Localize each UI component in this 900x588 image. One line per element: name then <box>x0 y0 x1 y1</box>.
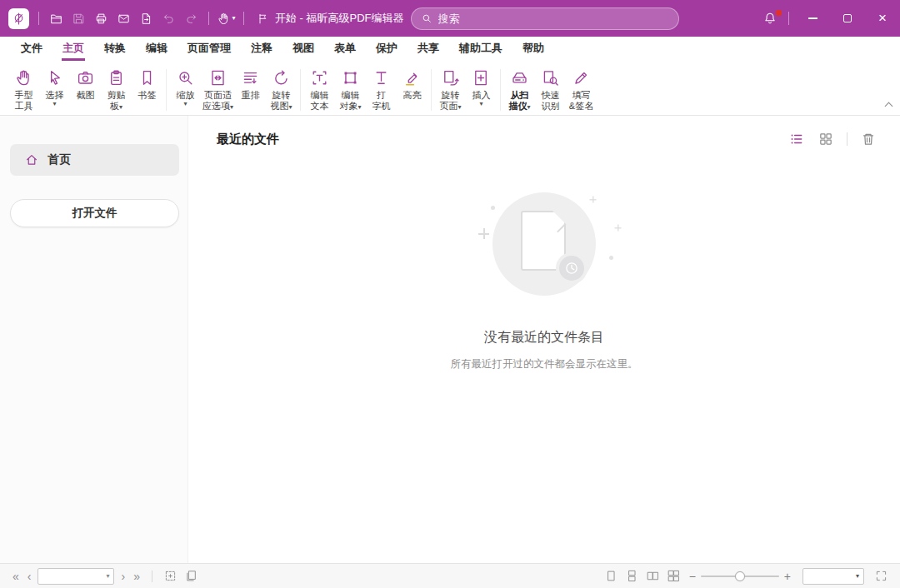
ribbon-tool-zoom[interactable]: 缩放▾ <box>170 67 201 110</box>
hand-icon <box>14 68 33 87</box>
tool-label: 填写 &签名 <box>569 90 593 111</box>
clock-badge <box>556 252 588 284</box>
notifications-button[interactable] <box>758 6 782 31</box>
ribbon-tool-select[interactable]: 选择▾ <box>39 67 70 110</box>
tab-comment[interactable]: 注释 <box>241 37 282 61</box>
edit-text-icon <box>310 68 329 87</box>
tab-home[interactable]: 主页 <box>52 37 94 61</box>
divider <box>208 12 209 25</box>
empty-state-title: 没有最近的文件条目 <box>484 329 604 346</box>
undo-button[interactable] <box>158 7 180 30</box>
tool-label: 旋转 页面 <box>440 90 460 111</box>
ribbon-tool-reflow[interactable]: 重排 <box>235 67 266 102</box>
ribbon-tool-rotate-view[interactable]: 旋转 视图▾ <box>266 67 297 113</box>
ribbon-tool-typewriter[interactable]: 打 字机 <box>366 67 397 113</box>
fullscreen-button[interactable] <box>873 568 889 584</box>
ribbon-tool-insert[interactable]: 插入▾ <box>466 67 497 110</box>
snapshot-tool-button[interactable] <box>162 568 178 584</box>
start-document-tab[interactable]: 开始 - 福昕高级PDF编辑器 <box>257 11 404 26</box>
snapshot-icon <box>163 569 178 583</box>
menu-bar: 文件 主页 转换 编辑 页面管理 注释 视图 表单 保护 共享 辅助工具 帮助 <box>0 37 900 61</box>
page-fit-icon <box>208 68 228 87</box>
chevron-down-icon: ▾ <box>856 572 859 581</box>
page-number-input[interactable] <box>42 571 103 581</box>
tab-view[interactable]: 视图 <box>282 37 324 61</box>
mail-icon <box>117 12 131 26</box>
export-button[interactable] <box>135 7 158 30</box>
chevron-down-icon: ▾ <box>106 572 109 581</box>
single-page-view-button[interactable] <box>603 568 619 584</box>
tab-help[interactable]: 帮助 <box>512 37 554 61</box>
zoom-slider[interactable] <box>701 576 779 577</box>
redo-button[interactable] <box>180 7 202 30</box>
divider <box>243 12 244 25</box>
ribbon-tool-highlight[interactable]: 高亮 <box>397 67 428 102</box>
first-page-button[interactable]: « <box>8 571 23 582</box>
search-input[interactable] <box>438 12 669 25</box>
maximize-button[interactable] <box>830 0 865 37</box>
minimize-button[interactable] <box>795 0 830 37</box>
ribbon-tool-rotate-pages[interactable]: 旋转 页面▾ <box>435 67 466 113</box>
zoom-level-box[interactable]: ▾ <box>802 568 864 585</box>
search-box[interactable] <box>411 7 679 30</box>
ribbon-tool-fill-sign[interactable]: 填写 &签名 <box>566 67 597 113</box>
camera-icon <box>76 68 95 87</box>
divider <box>166 69 167 111</box>
page-number-box[interactable]: ▾ <box>38 568 114 585</box>
zoom-in-button[interactable]: + <box>779 571 796 582</box>
clear-recent-button[interactable] <box>860 131 877 147</box>
open-file-sidebar-button[interactable]: 打开文件 <box>10 199 179 227</box>
save-button[interactable] <box>68 7 90 30</box>
tab-protect[interactable]: 保护 <box>366 37 408 61</box>
bookmark-icon <box>138 68 157 87</box>
tab-share[interactable]: 共享 <box>408 37 449 61</box>
ribbon-tool-hand[interactable]: 手型 工具 <box>8 67 39 113</box>
email-button[interactable] <box>112 7 135 30</box>
ocr-icon <box>541 68 560 87</box>
ribbon-tool-from-scanner[interactable]: 从扫 描仪▾ <box>504 67 535 113</box>
redo-icon <box>184 12 198 26</box>
next-page-button[interactable]: › <box>117 571 129 582</box>
last-page-button[interactable]: » <box>129 571 144 582</box>
tab-file[interactable]: 文件 <box>11 37 52 61</box>
single-page-view-icon <box>604 569 618 583</box>
continuous-view-button[interactable] <box>624 568 640 584</box>
sparkle-icon <box>614 224 621 231</box>
copy-page-button[interactable] <box>183 568 199 584</box>
ribbon-tool-edit-object[interactable]: 编辑 对象▾ <box>335 67 366 113</box>
list-view-button[interactable] <box>788 131 805 147</box>
close-button[interactable]: × <box>865 0 900 37</box>
tab-convert[interactable]: 转换 <box>94 37 136 61</box>
tab-page-management[interactable]: 页面管理 <box>178 37 241 61</box>
zoom-out-button[interactable]: − <box>684 571 701 582</box>
hand-tool-button[interactable]: ▾ <box>215 7 238 30</box>
ribbon-tool-quick-ocr[interactable]: 快速 识别 <box>535 67 566 113</box>
ribbon-tool-snapshot[interactable]: 截图 <box>70 67 101 102</box>
ribbon-tool-page-fit[interactable]: 页面适 应选项▾ <box>201 67 235 113</box>
sidebar-item-home[interactable]: 首页 <box>10 144 179 176</box>
document-export-icon <box>139 12 153 26</box>
titlebar-right-controls: × <box>758 0 900 37</box>
chevron-down-icon: ▾ <box>289 103 292 111</box>
ribbon-tool-clipboard[interactable]: 剪贴 板▾ <box>101 67 132 113</box>
zoom-slider-thumb[interactable] <box>735 571 745 581</box>
tab-accessibility[interactable]: 辅助工具 <box>449 37 512 61</box>
facing-view-button[interactable] <box>645 568 661 584</box>
grid-view-button[interactable] <box>818 131 834 147</box>
facing-continuous-view-button[interactable] <box>666 568 682 584</box>
previous-page-button[interactable]: ‹ <box>23 571 36 582</box>
print-button[interactable] <box>90 7 112 30</box>
folder-open-icon <box>49 12 63 26</box>
recent-files-header: 最近的文件 <box>188 116 900 147</box>
open-file-label: 打开文件 <box>72 206 118 221</box>
tab-form[interactable]: 表单 <box>324 37 366 61</box>
zoom-level-input[interactable] <box>808 571 852 581</box>
collapse-ribbon-button[interactable] <box>885 102 892 109</box>
divider <box>788 12 789 25</box>
tab-edit[interactable]: 编辑 <box>136 37 178 61</box>
sidebar: 首页 打开文件 <box>0 116 188 563</box>
ribbon-tool-bookmark[interactable]: 书签 <box>132 67 162 102</box>
chevron-down-icon: ▾ <box>177 100 195 108</box>
ribbon-tool-edit-text[interactable]: 编辑 文本 <box>304 67 335 113</box>
open-file-button[interactable] <box>45 7 68 30</box>
